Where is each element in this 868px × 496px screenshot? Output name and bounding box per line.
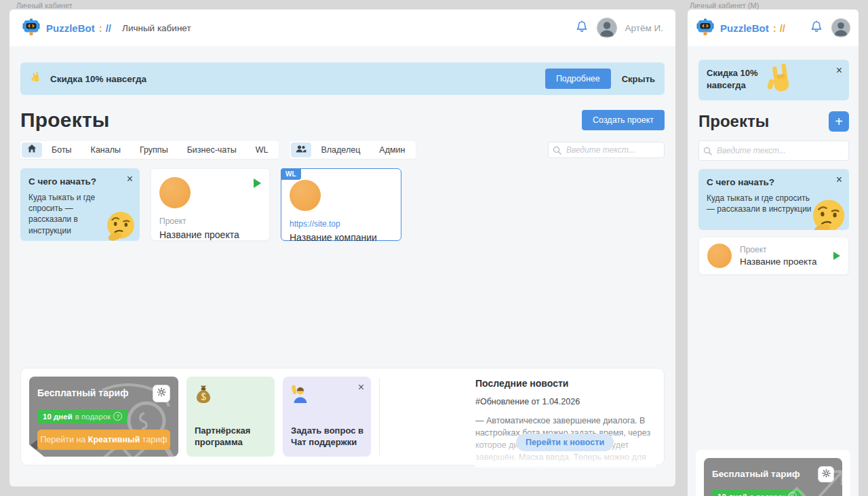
play-icon[interactable] bbox=[833, 252, 840, 260]
mobile-board-tag: Личный кабинет (М) bbox=[690, 1, 759, 9]
banner-details-button[interactable]: Подробнее bbox=[545, 69, 611, 89]
tab-admin[interactable]: Админ bbox=[370, 142, 414, 157]
tab-business-chats[interactable]: Бизнес-чаты bbox=[178, 142, 246, 157]
header-right: Артём И. bbox=[575, 18, 663, 38]
project-name: Название проекта bbox=[159, 229, 261, 240]
brand-colon: : bbox=[773, 22, 776, 34]
project-card[interactable]: Проект Название проекта bbox=[698, 237, 849, 275]
project-avatar bbox=[707, 244, 732, 268]
question-icon[interactable]: ? bbox=[788, 492, 797, 496]
support-card[interactable]: × Задать вопрос в Чат поддержки bbox=[283, 377, 371, 457]
close-icon[interactable]: × bbox=[836, 174, 842, 185]
project-avatar bbox=[159, 177, 191, 208]
avatar[interactable] bbox=[831, 18, 850, 37]
question-icon[interactable]: ? bbox=[113, 412, 122, 421]
tariff-title: Бесплатный тариф bbox=[37, 387, 128, 398]
wl-project-card[interactable]: WL https://site.top Название компании bbox=[281, 168, 401, 241]
tab-channels[interactable]: Каналы bbox=[81, 142, 130, 157]
gift-days-label: в подарок bbox=[75, 413, 111, 421]
bottom-widgets-panel: Бесплатный тариф bbox=[696, 450, 850, 496]
discount-banner: Скидка 10% навсегда Подробнее Скрыть bbox=[20, 62, 665, 95]
tab-all-roles[interactable] bbox=[291, 142, 311, 157]
mobile-frame: PuzzleBot : // С bbox=[688, 9, 859, 496]
tab-all-projects[interactable] bbox=[22, 142, 42, 157]
desktop-board-tag: Личный кабинет bbox=[16, 1, 73, 9]
upgrade-tariff-button[interactable]: Перейти на Креативный тариф bbox=[37, 430, 170, 450]
getting-started-title: С чего начать? bbox=[707, 177, 841, 187]
project-name: Название проекта bbox=[740, 256, 817, 267]
brand-colon: : bbox=[99, 22, 102, 34]
tab-wl[interactable]: WL bbox=[246, 142, 278, 157]
project-card[interactable]: Проект Название проекта bbox=[151, 168, 270, 241]
brand-name: PuzzleBot bbox=[720, 22, 769, 34]
getting-started-body: Куда тыкать и где спросить — рассказали … bbox=[28, 192, 114, 236]
gift-days-value: 10 дней bbox=[717, 493, 747, 496]
tariff-settings-button[interactable] bbox=[818, 466, 834, 482]
brand[interactable]: PuzzleBot : // Личный кабинет bbox=[22, 17, 191, 39]
news-title: Последние новости bbox=[475, 378, 656, 389]
gear-icon bbox=[822, 468, 831, 480]
create-project-button[interactable]: Создать проект bbox=[582, 110, 665, 130]
create-project-button[interactable]: + bbox=[829, 111, 849, 132]
getting-started-card: С чего начать? × Куда тыкать и где спрос… bbox=[20, 168, 140, 241]
avatar[interactable] bbox=[597, 18, 617, 38]
play-icon[interactable] bbox=[254, 178, 261, 188]
brand[interactable]: PuzzleBot : // bbox=[696, 17, 785, 39]
gift-days-badge: 10 дней в подарок ? bbox=[712, 489, 802, 496]
tariff-card: Бесплатный тариф bbox=[704, 458, 842, 496]
filters-row: Боты Каналы Группы Бизнес-чаты WL bbox=[20, 141, 665, 159]
discount-banner: Скидка 10% навсегда × bbox=[698, 60, 849, 100]
page-title: Проекты bbox=[698, 112, 769, 131]
banner-hide-button[interactable]: Скрыть bbox=[622, 74, 655, 84]
wl-badge: WL bbox=[281, 168, 301, 180]
brand-slashes: // bbox=[106, 22, 111, 34]
thinking-face-icon bbox=[104, 210, 137, 241]
tab-groups[interactable]: Группы bbox=[130, 142, 178, 157]
puzzlebot-logo-icon bbox=[696, 17, 715, 39]
close-icon[interactable]: × bbox=[127, 174, 133, 185]
love-you-gesture-icon bbox=[30, 71, 42, 86]
gift-days-badge: 10 дней в подарок ? bbox=[37, 409, 127, 423]
tab-bots[interactable]: Боты bbox=[42, 142, 81, 157]
bell-icon[interactable] bbox=[575, 20, 589, 36]
brand-name: PuzzleBot bbox=[46, 22, 95, 34]
company-name: Название компании bbox=[290, 232, 393, 243]
users-icon bbox=[296, 144, 307, 156]
type-tabs: Боты Каналы Группы Бизнес-чаты WL bbox=[20, 141, 279, 159]
project-type-label: Проект bbox=[740, 245, 817, 254]
brand-slashes: // bbox=[780, 22, 785, 34]
bell-icon[interactable] bbox=[810, 20, 823, 36]
role-tabs: Владелец Админ bbox=[290, 141, 416, 159]
search-input[interactable] bbox=[698, 140, 849, 161]
money-bag-icon bbox=[195, 394, 212, 406]
close-icon[interactable]: × bbox=[358, 382, 364, 393]
user-name: Артём И. bbox=[625, 23, 663, 33]
getting-started-body: Куда тыкать и где спросить — рассказали … bbox=[707, 193, 815, 214]
news-update-line: #Обновление от 1.04.2026 bbox=[475, 397, 656, 406]
getting-started-title: С чего начать? bbox=[28, 176, 132, 187]
gift-days-label: в подарок bbox=[750, 493, 786, 496]
banner-title: Скидка 10% навсегда bbox=[50, 74, 146, 84]
search-input[interactable] bbox=[548, 142, 665, 158]
getting-started-card: С чего начать? × Куда тыкать и где спрос… bbox=[698, 169, 849, 230]
goto-news-button[interactable]: Перейти к новости bbox=[516, 434, 614, 451]
raising-hand-icon bbox=[291, 394, 309, 406]
tariff-settings-button[interactable] bbox=[153, 385, 170, 402]
tariff-title: Бесплатный тариф bbox=[712, 469, 800, 479]
partner-program-title: Партнёрская программа bbox=[195, 425, 268, 449]
search-box bbox=[548, 142, 665, 158]
desktop-header: PuzzleBot : // Личный кабинет Артём bbox=[9, 9, 675, 46]
company-url[interactable]: https://site.top bbox=[290, 219, 393, 229]
tab-owner[interactable]: Владелец bbox=[311, 142, 370, 157]
love-you-gesture-icon bbox=[761, 60, 800, 100]
mobile-content: Скидка 10% навсегда × Проекты + bbox=[688, 60, 859, 275]
breadcrumb: Личный кабинет bbox=[122, 23, 191, 33]
partner-program-card[interactable]: Партнёрская программа bbox=[186, 377, 275, 457]
support-title: Задать вопрос в Чат поддержки bbox=[291, 425, 364, 449]
bottom-widgets-panel: Бесплатный тариф bbox=[20, 368, 665, 465]
puzzlebot-logo-icon bbox=[22, 17, 41, 39]
mobile-header: PuzzleBot : // bbox=[688, 9, 859, 46]
search-icon bbox=[553, 145, 561, 157]
search-icon bbox=[703, 146, 712, 158]
close-icon[interactable]: × bbox=[836, 65, 842, 76]
